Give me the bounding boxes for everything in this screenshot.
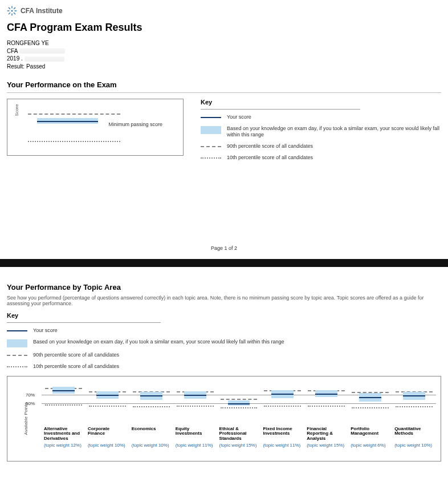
overall-score-chart: Score Minimum passing score xyxy=(7,99,184,156)
topic-bar xyxy=(396,382,433,424)
topic-label: Portfolio Management(topic weight 6%) xyxy=(351,427,390,448)
topic-bar xyxy=(133,382,170,424)
org-logo: CFA Institute xyxy=(7,6,441,16)
topic-label: Alternative Investments and Derivatives(… xyxy=(44,427,83,448)
tick-50: 50% xyxy=(26,400,35,406)
topics-note: See how you performed (percentage of que… xyxy=(7,295,441,306)
mps-label: Minimum passing score xyxy=(108,122,162,127)
topic-label: Economics(topic weight 10%) xyxy=(132,427,171,448)
candidate-line2: CFA xyxy=(7,47,441,55)
legend2-p10: 10th percentile score of all candidates xyxy=(7,363,441,370)
topic-bar xyxy=(264,382,301,424)
svg-line-5 xyxy=(9,7,10,9)
topic-bar xyxy=(89,382,126,424)
topic-label: Fixed Income Investments(topic weight 11… xyxy=(263,427,302,448)
legend-title: Key xyxy=(201,99,441,106)
perf-heading: Your Performance on the Exam xyxy=(7,80,441,89)
legend2-your-score: Your score xyxy=(7,327,441,334)
page-separator xyxy=(0,259,448,267)
candidate-name: RONGFENG YE xyxy=(7,39,441,47)
candidate-line3: 2019 . xyxy=(7,55,441,63)
topic-label: Corporate Finance(topic weight 10%) xyxy=(88,427,127,448)
page-2: Your Performance by Topic Area See how y… xyxy=(0,267,448,464)
topic-bar xyxy=(221,382,258,424)
divider xyxy=(7,92,441,93)
topic-label: Financial Reporting & Analysis(topic wei… xyxy=(307,427,346,448)
topic-label: Equity Investments(topic weight 11%) xyxy=(176,427,215,448)
score-line xyxy=(37,121,98,122)
tick-70: 70% xyxy=(26,392,35,397)
legend-p10: 10th percentile score of all candidates xyxy=(201,155,441,161)
page-1: CFA Institute CFA Program Exam Results R… xyxy=(0,0,448,259)
legend: Key Your score Based on your knowledge o… xyxy=(201,99,441,165)
p10-line xyxy=(28,141,120,142)
svg-point-0 xyxy=(11,10,13,12)
legend-band: Based on your knowledge on exam day, if … xyxy=(201,125,441,139)
page-number: Page 1 of 2 xyxy=(7,245,441,251)
topics-heading: Your Performance by Topic Area xyxy=(7,283,441,291)
candidate-result: Result: Passed xyxy=(7,63,441,71)
topic-bar xyxy=(45,382,82,424)
legend2-p90: 90th percentile score of all candidates xyxy=(7,352,441,359)
page-title: CFA Program Exam Results xyxy=(7,22,441,34)
legend-p90: 90th percentile score of all candidates xyxy=(201,143,441,150)
performance-row: Score Minimum passing score Key Your sco… xyxy=(7,99,441,165)
legend-2: Key Your score Based on your knowledge o… xyxy=(7,312,441,370)
topic-bar xyxy=(177,382,214,424)
candidate-meta: RONGFENG YE CFA 2019 . Result: Passed xyxy=(7,39,441,70)
burst-icon xyxy=(7,6,17,16)
legend2-band: Based on your knowledge on exam day, if … xyxy=(7,339,441,347)
org-name: CFA Institute xyxy=(21,7,63,15)
topic-bar xyxy=(352,382,389,424)
topic-label: Ethical & Professional Standards(topic w… xyxy=(219,427,259,448)
svg-line-8 xyxy=(9,13,10,14)
topic-y-axis: Available Points xyxy=(23,402,28,435)
legend-your-score: Your score xyxy=(201,114,441,121)
y-axis-label: Score xyxy=(14,93,19,127)
svg-line-7 xyxy=(14,7,15,9)
score-band xyxy=(37,118,98,124)
topic-bar xyxy=(308,382,345,424)
topic-chart: Available Points 70% 50% Alternative Inv… xyxy=(7,376,441,461)
topic-label: Quantitative Methods(topic weight 10%) xyxy=(394,427,434,448)
p90-line xyxy=(28,114,120,115)
svg-line-6 xyxy=(14,13,15,14)
